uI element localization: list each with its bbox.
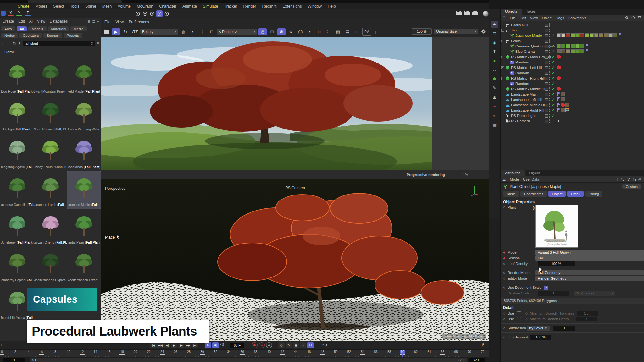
asset-item[interactable]: Japanese Camellia (Fal... <box>1 171 34 209</box>
object-row[interactable]: − Tree ✓ <box>501 28 644 33</box>
list-view-icon[interactable]: ≣ <box>92 19 95 24</box>
menu-item[interactable]: Character <box>159 4 176 8</box>
asset-item[interactable]: Hedgehog Agave (Fall... <box>1 134 34 171</box>
param-bullet[interactable]: ◇ <box>503 262 508 265</box>
asset-item[interactable]: Dog-Rose (Fall, Plant) <box>1 58 34 96</box>
attribute-tab-chip[interactable]: Detail <box>567 191 583 197</box>
object-tag[interactable] <box>618 33 621 37</box>
keyframe-marker[interactable] <box>160 354 165 355</box>
enabled-check[interactable]: ✓ <box>552 33 555 38</box>
search-icon[interactable] <box>620 178 624 181</box>
current-frame-field[interactable]: 60 F <box>230 343 244 348</box>
object-name[interactable]: RS Matrix - Left Hill <box>511 65 555 70</box>
object-tag[interactable]: ⊘ <box>565 108 569 112</box>
object-name[interactable]: RS Matrix - Main Ground <box>511 54 555 60</box>
object-tag[interactable] <box>561 49 565 53</box>
object-row[interactable]: − Blue Grama ✓ <box>501 49 644 54</box>
add-image-icon[interactable]: ⊕ <box>353 28 361 35</box>
expand-toggle[interactable]: − <box>501 56 504 58</box>
transport-button[interactable]: |◀ <box>150 342 157 348</box>
search-input[interactable]: fall plant⊗ <box>23 41 95 46</box>
om-menu-item[interactable]: Object <box>542 16 552 20</box>
object-tag[interactable] <box>557 49 561 53</box>
use-min-branch-checkbox[interactable] <box>517 311 521 315</box>
menu-item[interactable]: Tracker <box>224 4 237 8</box>
clipboard-button[interactable]: ▣ <box>212 342 219 348</box>
autokey-button[interactable]: A <box>259 342 265 348</box>
object-row[interactable]: − RS Matrix - Middle Hill ✓ <box>501 86 644 92</box>
enabled-check[interactable]: ✓ <box>552 60 555 65</box>
object-tag[interactable] <box>561 108 565 112</box>
param-bullet[interactable]: ◆ <box>503 251 508 254</box>
object-tag[interactable] <box>575 44 580 48</box>
asset-item[interactable]: Jacaranda (Fall, Plant) <box>67 134 101 171</box>
snapshot-freeze-icon[interactable]: ❋ <box>277 28 286 35</box>
gear-icon[interactable] <box>481 29 486 34</box>
pass-dropdown[interactable]: Beauty▾ <box>140 29 178 35</box>
object-row[interactable]: − Random ✓ <box>501 60 644 65</box>
range-end-field[interactable]: 72 F <box>469 358 485 362</box>
object-tag[interactable] <box>571 49 575 53</box>
fit-view-icon[interactable]: ⛶ <box>325 28 333 35</box>
keyframe-marker[interactable] <box>119 354 125 355</box>
capsule-button[interactable] <box>156 10 163 17</box>
visibility-dots[interactable] <box>549 77 550 80</box>
object-tag[interactable] <box>566 44 570 48</box>
layer-chip[interactable] <box>545 56 548 59</box>
visibility-dots[interactable] <box>549 66 550 69</box>
render-mode-dropdown[interactable]: Full Geometry <box>535 270 644 275</box>
layer-chip[interactable] <box>545 109 548 112</box>
capsule-button[interactable] <box>149 10 155 17</box>
leaf-density-field[interactable]: 100 % <box>538 261 575 266</box>
expand-toggle[interactable]: − <box>501 66 504 69</box>
layer-chip[interactable] <box>545 98 548 101</box>
asset-item[interactable]: Golden Weeping Willo... <box>67 96 101 134</box>
object-name[interactable]: RS Dome Light <box>511 113 555 118</box>
object-tag[interactable] <box>565 103 569 107</box>
render-slot-dropdown[interactable]: < Render >▾ <box>217 29 257 35</box>
hamburger-icon[interactable]: ☰ <box>502 177 506 182</box>
fcurve-icon[interactable]: ↱ <box>481 342 485 348</box>
object-row[interactable]: − Landscape Middle Hill ✓ <box>501 102 644 108</box>
history-forward-icon[interactable]: → <box>611 178 614 181</box>
param-bullet[interactable]: ◇ <box>503 312 508 315</box>
visibility-dots[interactable] <box>549 55 550 59</box>
search-options-icon[interactable]: ≡ <box>97 41 99 46</box>
asset-item[interactable]: Mediterranean Dwarf ... <box>67 247 101 284</box>
asset-menu-item[interactable]: Edit <box>18 19 25 24</box>
capsule-button[interactable] <box>135 10 141 17</box>
start-render-button[interactable]: ▶ <box>112 28 120 35</box>
layer-chip[interactable] <box>545 66 548 69</box>
transport-button[interactable]: ◀| <box>164 342 170 348</box>
object-tag[interactable] <box>575 33 580 37</box>
keyframe-marker[interactable] <box>400 354 405 355</box>
menu-item[interactable]: Modes <box>36 4 47 8</box>
object-tag[interactable] <box>571 44 575 48</box>
circle-tool-icon[interactable]: ◯ <box>296 28 304 35</box>
side-tool-icon[interactable]: ● <box>491 103 498 110</box>
object-row[interactable]: − Focus Null ✓ <box>501 22 644 28</box>
object-tag[interactable] <box>557 76 561 80</box>
key-type-button[interactable]: ✂ <box>307 342 314 348</box>
object-tag[interactable] <box>557 44 561 48</box>
object-row[interactable]: − Random ✓ <box>501 81 644 86</box>
focus-icon[interactable]: ⊙ <box>315 28 323 35</box>
asset-item[interactable]: Honey Locust 'Sunbur... <box>34 134 67 171</box>
asset-menu-item[interactable]: Databases <box>50 19 68 24</box>
object-tag[interactable] <box>571 33 575 37</box>
home-icon[interactable] <box>12 41 16 46</box>
capsule-button[interactable] <box>164 10 170 17</box>
size-dropdown[interactable]: Original Size▾ <box>434 29 478 34</box>
object-tag[interactable] <box>557 97 560 101</box>
visibility-dots[interactable] <box>549 93 550 96</box>
param-bullet[interactable]: ◇ <box>503 206 508 209</box>
visibility-dots[interactable] <box>549 39 550 43</box>
visibility-dots[interactable] <box>549 50 550 53</box>
renderview-menu-item[interactable]: File <box>104 20 110 24</box>
channel-dropdown-arrow[interactable]: ▾ <box>189 28 197 35</box>
enabled-check[interactable]: ✓ <box>552 92 555 97</box>
object-row[interactable]: − Random ✓ <box>501 70 644 76</box>
menu-item[interactable]: Create <box>18 4 30 8</box>
filter-icon[interactable] <box>637 16 641 20</box>
param-bullet[interactable]: ◇ <box>503 336 508 339</box>
